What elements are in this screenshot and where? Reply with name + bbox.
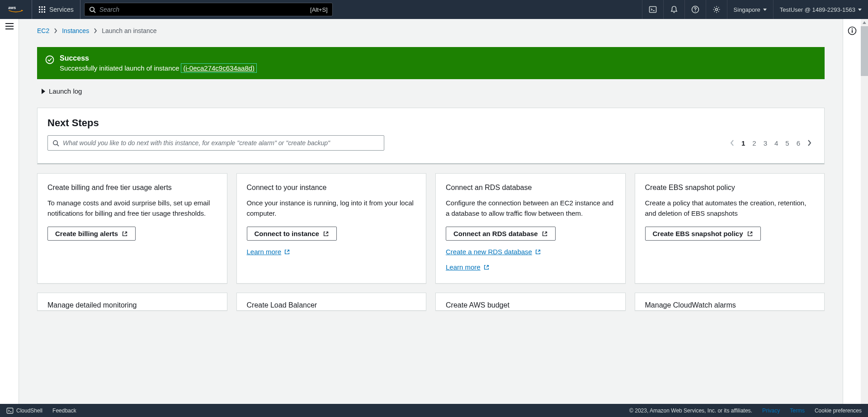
external-link-icon bbox=[747, 231, 753, 237]
chevron-down-icon bbox=[858, 9, 862, 11]
svg-line-22 bbox=[57, 144, 59, 146]
svg-point-20 bbox=[46, 56, 54, 64]
card-desc: Configure the connection between an EC2 … bbox=[446, 198, 615, 218]
card-title: Create Load Balancer bbox=[247, 301, 416, 309]
pagination-page[interactable]: 2 bbox=[752, 139, 756, 147]
external-link-icon bbox=[323, 231, 329, 237]
svg-rect-5 bbox=[42, 9, 43, 10]
account-menu[interactable]: TestUser @ 1489-2293-1563 bbox=[773, 0, 868, 19]
services-menu[interactable]: Services bbox=[32, 0, 80, 19]
scrollbar-thumb[interactable] bbox=[861, 26, 868, 76]
svg-text:aws: aws bbox=[8, 5, 16, 10]
info-panel-collapsed bbox=[843, 19, 861, 404]
cards-grid-row2: Manage detailed monitoringCreate Load Ba… bbox=[37, 293, 825, 311]
pagination-prev bbox=[730, 140, 734, 146]
next-steps-heading: Next Steps bbox=[47, 117, 814, 129]
pagination-page[interactable]: 5 bbox=[785, 139, 789, 147]
card-title: Create billing and free tier usage alert… bbox=[47, 184, 217, 192]
check-circle-icon bbox=[45, 55, 54, 64]
card-action-button[interactable]: Create billing alerts bbox=[47, 227, 136, 241]
search-icon bbox=[89, 6, 96, 13]
top-nav: aws Services Search [Alt+S] Singapore Te… bbox=[0, 0, 868, 19]
svg-rect-1 bbox=[39, 6, 40, 8]
next-step-card: Create EBS snapshot policyCreate a polic… bbox=[635, 173, 825, 284]
card-action-button[interactable]: Create EBS snapshot policy bbox=[645, 227, 761, 241]
svg-point-16 bbox=[715, 9, 717, 11]
chevron-right-icon bbox=[94, 28, 97, 33]
scrollbar-up[interactable] bbox=[861, 19, 868, 26]
svg-rect-6 bbox=[44, 9, 45, 10]
region-selector[interactable]: Singapore bbox=[727, 0, 773, 19]
svg-rect-4 bbox=[39, 9, 40, 10]
hamburger-icon[interactable] bbox=[5, 23, 14, 30]
region-label: Singapore bbox=[734, 6, 760, 13]
next-step-card: Connect to your instanceOnce your instan… bbox=[236, 173, 427, 284]
cloudshell-icon-button[interactable] bbox=[642, 0, 663, 19]
info-icon[interactable] bbox=[848, 26, 857, 35]
svg-rect-7 bbox=[39, 11, 40, 13]
next-step-card: Create billing and free tier usage alert… bbox=[37, 173, 227, 284]
breadcrumb-current: Launch an instance bbox=[102, 27, 156, 34]
svg-line-11 bbox=[94, 11, 95, 13]
divider bbox=[38, 163, 824, 164]
card-title: Create EBS snapshot policy bbox=[645, 184, 815, 192]
card-link[interactable]: Learn more bbox=[247, 248, 291, 256]
card-desc: To manage costs and avoid surprise bills… bbox=[47, 198, 217, 218]
search-placeholder: Search bbox=[99, 6, 310, 13]
svg-point-10 bbox=[90, 7, 94, 11]
svg-rect-8 bbox=[42, 11, 43, 13]
card-action-button[interactable]: Connect to instance bbox=[247, 227, 337, 241]
pagination-next[interactable] bbox=[807, 140, 811, 146]
svg-rect-12 bbox=[649, 7, 656, 13]
next-step-card: Connect an RDS databaseConfigure the con… bbox=[435, 173, 626, 284]
banner-title: Success bbox=[60, 54, 257, 62]
help-button[interactable] bbox=[684, 0, 706, 19]
services-label: Services bbox=[49, 6, 74, 13]
svg-point-31 bbox=[851, 28, 852, 29]
next-steps-search-placeholder: What would you like to do next with this… bbox=[63, 139, 330, 147]
chevron-down-icon bbox=[763, 9, 767, 11]
svg-rect-2 bbox=[42, 6, 43, 8]
pagination-page[interactable]: 1 bbox=[741, 139, 745, 147]
breadcrumb-link-ec2[interactable]: EC2 bbox=[37, 27, 49, 34]
card-link[interactable]: Create a new RDS database bbox=[446, 248, 541, 256]
card-link[interactable]: Learn more bbox=[446, 263, 490, 271]
launch-log-label: Launch log bbox=[49, 87, 82, 95]
global-search-input[interactable]: Search [Alt+S] bbox=[84, 3, 333, 16]
breadcrumb-link-instances[interactable]: Instances bbox=[62, 27, 89, 34]
user-label: TestUser @ 1489-2293-1563 bbox=[780, 6, 855, 13]
triangle-right-icon bbox=[42, 89, 45, 94]
pagination-page[interactable]: 3 bbox=[764, 139, 767, 147]
external-link-icon bbox=[284, 249, 290, 255]
pagination-page[interactable]: 4 bbox=[774, 139, 778, 147]
card-title: Connect an RDS database bbox=[446, 184, 615, 192]
main-content: EC2 Instances Launch an instance Success… bbox=[19, 19, 843, 404]
left-nav-collapsed bbox=[0, 19, 19, 404]
external-link-icon bbox=[483, 264, 490, 270]
pagination-page[interactable]: 6 bbox=[797, 139, 800, 147]
next-steps-panel: Next Steps What would you like to do nex… bbox=[37, 108, 825, 164]
grid-icon bbox=[38, 6, 46, 13]
next-step-card: Manage CloudWatch alarms bbox=[635, 293, 825, 311]
settings-button[interactable] bbox=[706, 0, 727, 19]
svg-rect-3 bbox=[44, 6, 45, 8]
card-action-button[interactable]: Connect an RDS database bbox=[446, 227, 556, 241]
card-title: Manage CloudWatch alarms bbox=[645, 301, 815, 309]
external-link-icon bbox=[535, 249, 541, 255]
breadcrumb: EC2 Instances Launch an instance bbox=[37, 27, 825, 34]
card-title: Manage detailed monitoring bbox=[47, 301, 217, 309]
card-title: Connect to your instance bbox=[247, 184, 416, 192]
card-title: Create AWS budget bbox=[446, 301, 615, 309]
instance-id-link[interactable]: (i-0eca274c9c634aa8d) bbox=[181, 63, 257, 73]
card-desc: Once your instance is running, log into … bbox=[247, 198, 416, 218]
search-icon bbox=[52, 140, 59, 147]
search-shortcut: [Alt+S] bbox=[310, 6, 328, 13]
launch-log-toggle[interactable]: Launch log bbox=[42, 87, 825, 95]
notifications-button[interactable] bbox=[663, 0, 684, 19]
next-steps-search-input[interactable]: What would you like to do next with this… bbox=[47, 135, 384, 151]
success-banner: Success Successfully initiated launch of… bbox=[37, 47, 825, 79]
pagination: 1 2 3 4 5 6 bbox=[730, 139, 811, 147]
aws-logo[interactable]: aws bbox=[0, 5, 32, 14]
next-step-card: Create Load Balancer bbox=[236, 293, 427, 311]
chevron-right-icon bbox=[54, 28, 57, 33]
